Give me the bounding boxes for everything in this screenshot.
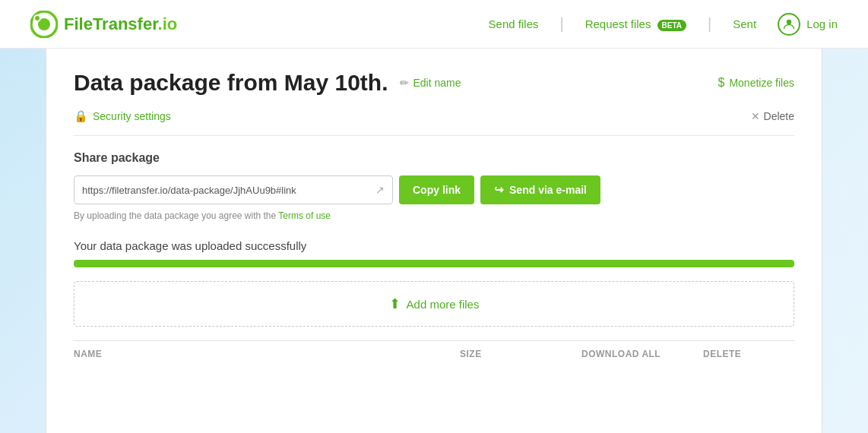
logo-icon [30, 11, 58, 38]
terms-text: By uploading the data package you agree … [74, 210, 794, 221]
upload-icon: ⬆ [389, 296, 401, 312]
page-header: Data package from May 10th. ✏ Edit name … [74, 70, 794, 96]
security-settings-link[interactable]: 🔒 Security settings [74, 109, 171, 123]
edit-name-link[interactable]: ✏ Edit name [400, 77, 461, 89]
col-header-delete: DELETE [703, 349, 794, 359]
files-table-header: NAME SIZE DOWNLOAD ALL DELETE [74, 340, 794, 364]
send-email-button[interactable]: ↪ Send via e-mail [480, 175, 600, 204]
nav-separator-2: | [708, 15, 711, 33]
action-row: 🔒 Security settings ✕ Delete [74, 109, 794, 136]
lock-icon: 🔒 [74, 109, 88, 123]
monetize-link[interactable]: $ Monetize files [718, 76, 795, 90]
external-link-icon[interactable]: ↗ [375, 184, 385, 196]
share-section: Share package ↗ Copy link ↪ Send via e-m… [74, 151, 794, 221]
logo-text: FileTransfer.io [64, 14, 177, 34]
main-nav: Send files | Request files BETA | Sent L… [489, 13, 838, 36]
share-input-row: ↗ Copy link ↪ Send via e-mail [74, 175, 794, 204]
beta-badge: BETA [657, 20, 686, 31]
send-files-link[interactable]: Send files [489, 17, 539, 30]
copy-link-button[interactable]: Copy link [399, 175, 474, 204]
pencil-icon: ✏ [400, 77, 409, 89]
main-content: Data package from May 10th. ✏ Edit name … [46, 49, 822, 433]
share-link-input[interactable] [82, 185, 371, 196]
site-header: FileTransfer.io Send files | Request fil… [0, 0, 868, 49]
add-files-section[interactable]: ⬆ Add more files [74, 281, 794, 327]
col-header-size: SIZE [460, 349, 581, 359]
share-section-title: Share package [74, 151, 794, 165]
dollar-icon: $ [718, 76, 725, 90]
add-more-files-link[interactable]: ⬆ Add more files [389, 296, 480, 312]
sent-link[interactable]: Sent [733, 17, 756, 30]
progress-bar-fill [74, 260, 794, 267]
nav-separator-1: | [559, 15, 563, 33]
success-message: Your data package was uploaded successfu… [74, 239, 794, 252]
share-arrow-icon: ↪ [494, 183, 504, 197]
title-area: Data package from May 10th. ✏ Edit name [74, 70, 461, 96]
terms-of-use-link[interactable]: Terms of use [278, 210, 331, 221]
x-icon: ✕ [751, 110, 760, 122]
user-icon [778, 13, 800, 36]
progress-bar-background [74, 260, 794, 267]
login-link[interactable]: Log in [806, 17, 838, 30]
col-header-name: NAME [74, 349, 460, 359]
link-input-wrapper: ↗ [74, 175, 393, 204]
request-files-link[interactable]: Request files BETA [585, 17, 686, 30]
col-header-download-all: DOWNLOAD ALL [581, 349, 703, 359]
svg-point-3 [35, 16, 40, 21]
delete-link[interactable]: ✕ Delete [751, 110, 794, 122]
logo: FileTransfer.io [30, 11, 177, 38]
person-icon [783, 18, 795, 30]
page-title: Data package from May 10th. [74, 70, 388, 96]
login-area[interactable]: Log in [778, 13, 838, 36]
success-section: Your data package was uploaded successfu… [74, 239, 794, 267]
svg-point-4 [787, 19, 791, 24]
